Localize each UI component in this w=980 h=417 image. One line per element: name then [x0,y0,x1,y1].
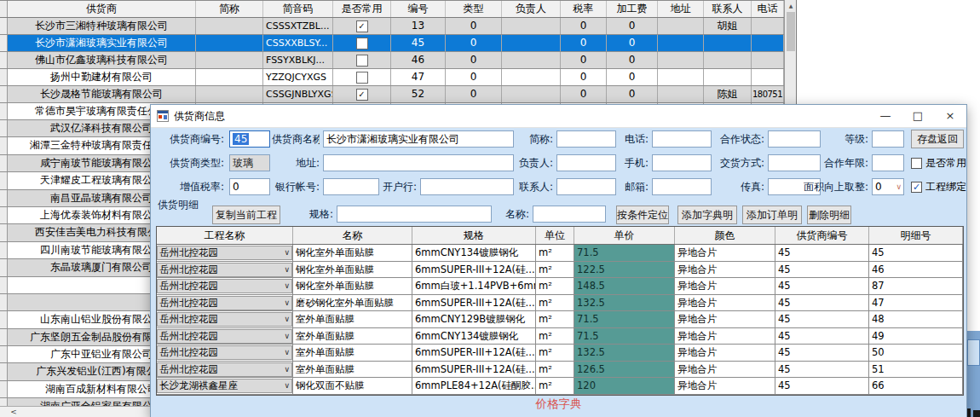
delete-detail-button[interactable]: 删除明细 [807,206,851,224]
column-header[interactable]: 简称 [196,1,263,17]
project-combo[interactable]: 岳州北控花园∨ [157,329,292,344]
supplier-name-input[interactable]: 长沙市潇湘玻璃实业有限公司 [323,130,514,148]
project-combo-cell[interactable]: 岳州北控花园∨ [157,362,293,378]
grid-row[interactable]: 长沙龙湖祺鑫星座∨钢化双面不贴膜6mmPLE84+12A(硅酮胶...m²120… [157,378,963,395]
contact-input[interactable] [556,178,616,195]
locate-by-condition-button[interactable]: 按条件定位 [616,206,669,224]
vertical-scrollbar[interactable]: ▲ [784,0,797,113]
table-row[interactable]: 长沙晟格节能玻璃有限公司CSSGJNBLYXGS✓52000陈姐180751 [0,86,784,103]
maximize-button[interactable]: □ [902,105,934,127]
column-header[interactable]: 电话 [752,1,784,17]
grid-cell: 45 [775,245,869,261]
column-header[interactable]: 联系人 [704,1,752,17]
spec-filter-input[interactable] [337,206,492,223]
row-header [0,172,8,188]
grid-column-header[interactable]: 明细号 [869,227,963,244]
project-combo[interactable]: 岳州北控花园∨ [157,263,292,277]
common-checkbox[interactable] [356,72,368,84]
project-combo[interactable]: 岳州北控花园∨ [157,246,292,260]
grid-row[interactable]: 岳州北控花园∨室外单面贴膜6mmCNY129B镀膜钢化m²71.5异地合片454… [157,311,963,328]
coop-status-input[interactable] [768,130,821,148]
table-row[interactable]: 长沙市三湘特种玻璃有限公司CSSSXTZBL...✓13000胡姐 [0,18,784,35]
grid-row[interactable]: 岳州北控花园∨室外单面贴膜6mmSUPER-III+12A(硅...m²132.… [157,345,963,362]
cell-abbr [196,35,263,51]
column-header[interactable]: 地址 [658,1,704,17]
copy-project-button[interactable]: 复制当前工程 [212,206,280,224]
column-header[interactable]: 税率 [561,1,607,17]
grade-input[interactable] [872,130,904,148]
name-filter-input[interactable] [533,206,606,223]
delivery-method-input[interactable] [768,154,821,171]
address-input[interactable] [323,154,514,171]
bank-name-input[interactable] [420,178,514,195]
column-header[interactable]: 加工费 [607,1,658,17]
cell-code: FSSYXBLKJ... [263,52,333,68]
email-input[interactable] [652,178,712,195]
grid-row[interactable]: 岳州北控花园∨室外单面贴膜6mmSUPER-III+12A(硅...m²126.… [157,362,963,379]
column-header[interactable]: 简音码 [263,1,333,17]
table-row[interactable]: 长沙市潇湘玻璃实业有限公司CSSXXBLSY...45000 [0,35,784,52]
abbr-input[interactable] [556,130,616,148]
project-combo-cell[interactable]: 岳州北控花园∨ [157,278,293,294]
area-round-up-combo[interactable]: 0∨ [872,178,904,195]
grid-column-header[interactable]: 名称 [293,227,412,244]
common-checkbox[interactable]: ✓ [356,89,368,101]
cell-tax: 0 [561,18,607,34]
grid-column-header[interactable]: 供货商编号 [775,227,869,244]
project-combo-cell[interactable]: 长沙龙湖祺鑫星座∨ [157,378,293,394]
vat-rate-input[interactable]: 0 [229,178,270,195]
phone-input[interactable] [652,130,712,148]
project-combo[interactable]: 岳州北控花园∨ [157,279,292,293]
common-checkbox[interactable] [356,38,368,49]
grid-column-header[interactable]: 规格 [412,227,536,244]
checkbox-icon[interactable]: ✓ [911,182,922,193]
table-row[interactable]: 扬州中勤建材有限公司YZZQJCYXGS47000 [0,69,784,86]
supplier-type-input[interactable]: 玻璃 [229,154,270,171]
project-combo[interactable]: 岳州北控花园∨ [157,296,292,310]
scroll-left-icon[interactable]: < [8,407,20,417]
project-combo[interactable]: 岳州北控花园∨ [157,312,292,327]
project-combo-cell[interactable]: 岳州北控花园∨ [157,262,293,278]
grid-row[interactable]: 岳州北控花园∨钢化室外单面贴膜6mm白玻+1.14PVB+6mm...m²148… [157,278,963,295]
project-combo-cell[interactable]: 岳州北控花园∨ [157,245,293,261]
project-bind-checkbox[interactable]: ✓ 工程绑定 [911,180,966,194]
manager-input[interactable] [556,154,616,171]
save-return-button[interactable]: 存盘返回 [911,130,964,148]
common-use-checkbox[interactable]: 是否常用 [911,156,966,170]
common-checkbox[interactable]: ✓ [356,20,368,32]
grid-row[interactable]: 岳州北控花园∨室外单面贴膜6mmCNY134镀膜钢化m²71.5异地合片4549 [157,328,963,345]
column-header[interactable]: 类型 [446,1,502,17]
project-combo[interactable]: 长沙龙湖祺鑫星座∨ [157,379,292,393]
grid-row[interactable]: 岳州北控花园∨磨砂钢化室外单面贴膜6mmSUPER-III+12A(硅...m²… [157,295,963,312]
coop-years-input[interactable] [872,154,904,171]
add-order-detail-button[interactable]: 添加订单明细 [742,206,802,224]
project-combo[interactable]: 岳州北控花园∨ [157,345,292,360]
grid-row[interactable]: 岳州北控花园∨钢化室外单面贴膜6mmSUPER-III+12A(硅...m²12… [157,262,963,279]
grid-column-header[interactable]: 颜色 [675,227,775,244]
grid-row[interactable]: 岳州北控花园∨钢化室外单面贴膜6mmCNY134镀膜钢化m²71.5异地合片45… [157,245,963,262]
column-header[interactable]: 是否常用 [333,1,391,17]
grid-column-header[interactable]: 单价 [574,227,675,244]
project-combo-cell[interactable]: 岳州北控花园∨ [157,295,293,311]
column-header[interactable]: 负责人 [502,1,561,17]
table-row[interactable]: 佛山市亿鑫玻璃科技有限公司FSSYXBLKJ...46000 [0,52,784,69]
scrollbar-thumb[interactable] [787,12,795,51]
project-combo-cell[interactable]: 岳州北控花园∨ [157,345,293,361]
column-header[interactable]: 供货商 [8,1,196,17]
project-combo[interactable]: 岳州北控花园∨ [157,362,292,377]
supplier-no-input[interactable]: 45 [229,130,270,148]
mobile-input[interactable] [652,154,712,171]
project-combo-cell[interactable]: 岳州北控花园∨ [157,328,293,345]
minimize-button[interactable]: — [869,105,902,127]
bank-account-input[interactable] [323,178,379,195]
common-checkbox[interactable] [356,55,368,67]
dialog-titlebar[interactable]: 供货商信息 — □ × [151,105,966,128]
scroll-up-icon[interactable]: ▲ [785,0,797,11]
close-button[interactable]: × [934,105,966,127]
add-dict-detail-button[interactable]: 添加字典明细 [677,206,737,224]
column-header[interactable]: 编号 [391,1,446,17]
grid-column-header[interactable]: 工程名称 [157,227,293,244]
checkbox-icon[interactable] [911,158,922,169]
project-combo-cell[interactable]: 岳州北控花园∨ [157,311,293,327]
grid-column-header[interactable]: 单位 [536,227,574,244]
